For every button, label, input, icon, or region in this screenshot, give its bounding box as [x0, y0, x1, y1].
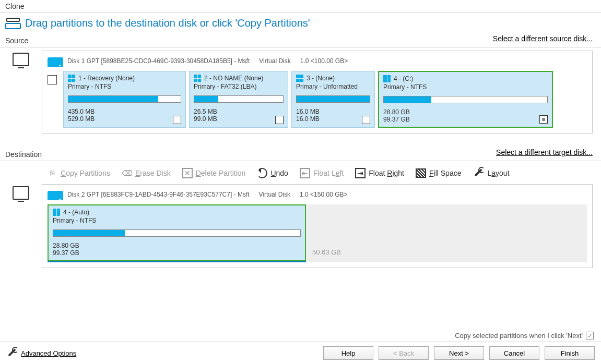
partition-usage-bar [296, 95, 370, 103]
windows-logo-icon [68, 75, 75, 82]
partition-title: 3 - (None) [307, 75, 335, 82]
partition-used: 28.80 GB [53, 242, 301, 249]
delete-partition-button[interactable]: ✕Delete Partition [182, 168, 246, 178]
disk-icon [48, 55, 62, 67]
source-partition-card[interactable]: 4 - (C:)Primary - NTFS28.80 GB99.37 GB [378, 71, 553, 128]
source-disk-bus: 1.0 <100.00 GB> [300, 57, 348, 65]
partition-subtype: Primary - NTFS [68, 83, 181, 90]
partition-total: 99.37 GB [53, 249, 301, 257]
source-disk-type: Virtual Disk [259, 57, 290, 65]
partition-checkbox[interactable] [173, 116, 181, 124]
partition-checkbox[interactable] [362, 116, 370, 124]
float-right-button[interactable]: ⇥Float Right [355, 168, 404, 178]
partition-subtype: Primary - FAT32 (LBA) [194, 83, 284, 90]
erase-disk-button[interactable]: ⌫Erase Disk [122, 168, 171, 178]
monitor-icon [13, 53, 29, 66]
partition-title: 4 - (C:) [394, 75, 413, 82]
source-label: Source [0, 34, 33, 46]
partition-total: 16.0 MB [296, 115, 370, 123]
separator [0, 161, 601, 161]
partition-total: 99.0 MB [194, 115, 284, 123]
windows-logo-icon [296, 75, 303, 82]
windows-logo-icon [194, 75, 201, 82]
monitor-icon [13, 186, 29, 200]
partition-usage-bar [68, 95, 181, 103]
select-source-link[interactable]: Select a different source disk... [493, 34, 593, 43]
clone-disk-icon [5, 18, 21, 29]
partition-usage-bar [194, 95, 284, 103]
partition-title: 2 - NO NAME (None) [204, 75, 263, 82]
help-button[interactable]: Help [323, 346, 373, 360]
partition-title: 1 - Recovery (None) [78, 75, 135, 82]
windows-logo-icon [53, 209, 60, 216]
back-button: < Back [379, 346, 429, 360]
copy-partitions-button[interactable]: ⎘Copy Partitions [47, 168, 110, 178]
dest-disk-type: Virtual Disk [259, 191, 290, 198]
source-disk-name: Disk 1 GPT [5898BE25-CDC0-469C-9393-3045… [67, 57, 250, 65]
dest-disk-bus: 1.0 <150.00 GB> [300, 191, 347, 198]
source-partition-card[interactable]: 3 - (None)Primary - Unformatted16.0 MB16… [291, 71, 375, 128]
undo-button[interactable]: Undo [257, 168, 288, 178]
partition-checkbox[interactable] [539, 115, 548, 124]
destination-partition-card[interactable]: 4 - (Auto) Primary - NTFS 28.80 GB 99.37… [48, 204, 306, 261]
next-button[interactable]: Next > [434, 346, 484, 360]
source-partition-card[interactable]: 1 - Recovery (None)Primary - NTFS435.0 M… [63, 71, 186, 128]
partition-total: 529.0 MB [68, 115, 181, 123]
wrench-icon [473, 167, 484, 179]
partition-total: 99.37 GB [383, 116, 548, 123]
finish-button[interactable]: Finish [545, 346, 595, 360]
hint-text: Drag partitions to the destination disk … [25, 17, 310, 29]
windows-logo-icon [383, 75, 391, 82]
partition-subtype: Primary - NTFS [53, 217, 301, 224]
copy-on-next-checkbox[interactable]: ✓ [586, 332, 594, 339]
fill-icon [416, 168, 426, 178]
destination-disk-box: Disk 2 GPT [6E883FC9-1ABD-4543-9F46-357E… [42, 184, 593, 268]
source-disk-box: Disk 1 GPT [5898BE25-CDC0-469C-9393-3045… [42, 51, 593, 134]
page-title: Clone [0, 0, 601, 11]
partition-usage-bar [53, 229, 301, 237]
fill-space-button[interactable]: Fill Space [416, 168, 461, 178]
partition-subtype: Primary - Unformatted [296, 83, 370, 90]
disk-icon [48, 189, 62, 200]
partition-checkbox[interactable] [275, 116, 284, 124]
partition-title: 4 - (Auto) [63, 209, 89, 216]
separator [0, 13, 601, 13]
partition-subtype: Primary - NTFS [383, 83, 548, 91]
select-target-link[interactable]: Select a different target disk... [496, 148, 593, 156]
partition-used: 16.0 MB [296, 108, 370, 115]
copy-on-next-label: Copy selected partitions when I click 'N… [455, 332, 583, 339]
destination-toolbar: ⎘Copy Partitions ⌫Erase Disk ✕Delete Par… [0, 164, 601, 184]
source-partition-card[interactable]: 2 - NO NAME (None)Primary - FAT32 (LBA)2… [189, 71, 288, 128]
dest-disk-name: Disk 2 GPT [6E883FC9-1ABD-4543-9F46-357E… [67, 191, 250, 198]
partition-used: 26.5 MB [194, 108, 284, 115]
float-left-button[interactable]: ⇤Float Left [300, 168, 344, 178]
undo-icon [257, 168, 267, 178]
partition-usage-bar [383, 96, 548, 103]
wrench-icon [6, 347, 18, 359]
partition-used: 435.0 MB [68, 108, 181, 115]
layout-button[interactable]: Layout [473, 167, 509, 179]
destination-label: Destination [0, 148, 47, 160]
partition-used: 28.80 GB [383, 108, 548, 116]
separator [0, 47, 601, 47]
select-all-checkbox[interactable] [48, 75, 57, 84]
cancel-button[interactable]: Cancel [489, 346, 539, 360]
free-space-region[interactable]: 50.63 GB [306, 204, 587, 262]
advanced-options-link[interactable]: Advanced Options [21, 349, 76, 357]
